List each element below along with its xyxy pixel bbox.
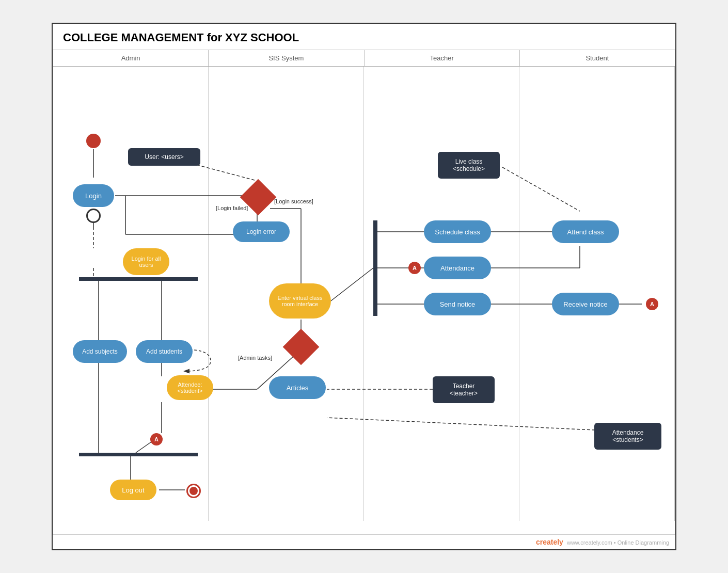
- send-notice-node: Send notice: [424, 293, 491, 315]
- attendee-node: Attendee: <student>: [167, 375, 213, 400]
- start-circle: [86, 134, 101, 148]
- login-node: Login: [73, 184, 114, 207]
- articles-node: Articles: [269, 376, 326, 399]
- user-box: User: <users>: [128, 148, 200, 166]
- receive-notice-node: Receive notice: [552, 293, 619, 315]
- schedule-class-node: Schedule class: [424, 220, 491, 243]
- lane-sis: SIS System: [209, 50, 364, 66]
- login-all-users: Login for all users: [123, 248, 169, 275]
- login-success-label: [Login success]: [274, 198, 313, 204]
- a-label-teacher: A: [408, 262, 421, 274]
- login-failed-label: [Login failed]: [216, 205, 248, 211]
- admin-tasks-label: [Admin tasks]: [238, 355, 272, 361]
- swimlane-header: Admin SIS System Teacher Student: [53, 50, 675, 67]
- login-outlet-circle: [86, 209, 101, 223]
- attend-class-node: Attend class: [552, 220, 619, 243]
- lane-student: Student: [520, 50, 675, 66]
- add-subjects-node: Add subjects: [73, 340, 127, 363]
- footer-text: www.creately.com • Online Diagramming: [567, 539, 669, 546]
- lane-admin: Admin: [53, 50, 209, 66]
- attendance-students-node: Attendance <students>: [594, 423, 661, 450]
- diagram-area: Admin SIS System Teacher Student: [53, 50, 675, 535]
- live-class-node: Live class <schedule>: [438, 152, 500, 179]
- attendance-teacher-node: Attendance: [424, 257, 491, 279]
- add-students-node: Add students: [136, 340, 193, 363]
- a-label-admin: A: [150, 433, 163, 445]
- logout-node: Log out: [110, 480, 156, 500]
- creately-logo: creately: [536, 538, 563, 546]
- login-error-node: Login error: [233, 221, 290, 242]
- footer: creately www.creately.com • Online Diagr…: [53, 535, 675, 549]
- main-page: COLLEGE MANAGEMENT for XYZ SCHOOL Admin …: [52, 23, 676, 550]
- lane-teacher: Teacher: [365, 50, 520, 66]
- col-admin: [53, 67, 209, 521]
- teacher-box: Teacher <teacher>: [433, 376, 495, 403]
- end-circle: [186, 484, 201, 498]
- lanes-body: User: <users> Login Login for all users …: [53, 67, 675, 521]
- page-title: COLLEGE MANAGEMENT for XYZ SCHOOL: [53, 24, 675, 50]
- a-label-student: A: [646, 298, 658, 310]
- enter-virtual-node: Enter virtual class room interface: [269, 283, 331, 319]
